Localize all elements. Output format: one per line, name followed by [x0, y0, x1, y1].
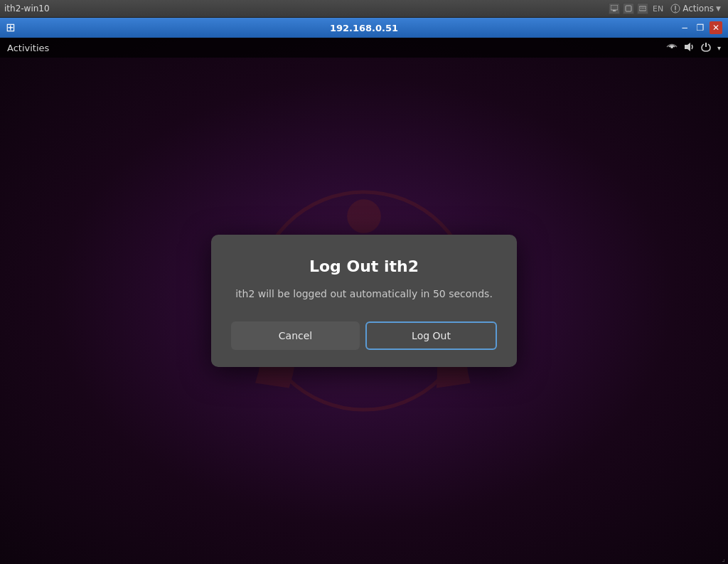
- svg-point-10: [675, 11, 676, 12]
- svg-rect-0: [611, 5, 618, 10]
- logout-dialog: Log Out ith2 ith2 will be logged out aut…: [211, 235, 517, 367]
- dialog-buttons: Cancel Log Out: [231, 321, 497, 350]
- svg-rect-7: [645, 8, 646, 9]
- keyboard-icon[interactable]: [637, 3, 648, 14]
- ubuntu-desktop: Activities: [0, 38, 728, 564]
- inner-maximize-button[interactable]: ❐: [694, 21, 707, 34]
- inner-minimize-button[interactable]: −: [678, 21, 691, 34]
- svg-rect-5: [642, 8, 643, 9]
- dialog-title: Log Out ith2: [231, 257, 497, 275]
- monitor-icon[interactable]: [609, 3, 620, 14]
- inner-title-controls: − ❐ ✕: [678, 21, 722, 34]
- svg-rect-1: [613, 10, 616, 11]
- window-icon[interactable]: [623, 3, 634, 14]
- inner-title-text: 192.168.0.51: [330, 23, 398, 33]
- vm-content: ⊞ 192.168.0.51 − ❐ ✕: [0, 18, 728, 564]
- outer-window: ith2-win10: [0, 0, 728, 564]
- dialog-overlay: Log Out ith2 ith2 will be logged out aut…: [0, 38, 728, 564]
- actions-label: Actions: [682, 4, 714, 14]
- actions-button[interactable]: Actions ▼: [668, 2, 724, 15]
- outer-actions-area: EN Actions ▼: [609, 2, 724, 15]
- svg-rect-4: [641, 8, 641, 9]
- actions-arrow: ▼: [716, 5, 721, 12]
- logout-button[interactable]: Log Out: [365, 321, 497, 350]
- cancel-button[interactable]: Cancel: [231, 321, 360, 350]
- lang-indicator: EN: [651, 4, 665, 14]
- dialog-message: ith2 will be logged out automatically in…: [231, 287, 497, 302]
- pin-icon: ⊞: [6, 22, 15, 33]
- inner-close-button[interactable]: ✕: [710, 21, 722, 34]
- outer-titlebar: ith2-win10: [0, 0, 728, 18]
- svg-rect-6: [643, 8, 644, 9]
- outer-window-title: ith2-win10: [4, 4, 609, 14]
- inner-titlebar: ⊞ 192.168.0.51 − ❐ ✕: [0, 18, 728, 38]
- svg-rect-2: [626, 6, 631, 11]
